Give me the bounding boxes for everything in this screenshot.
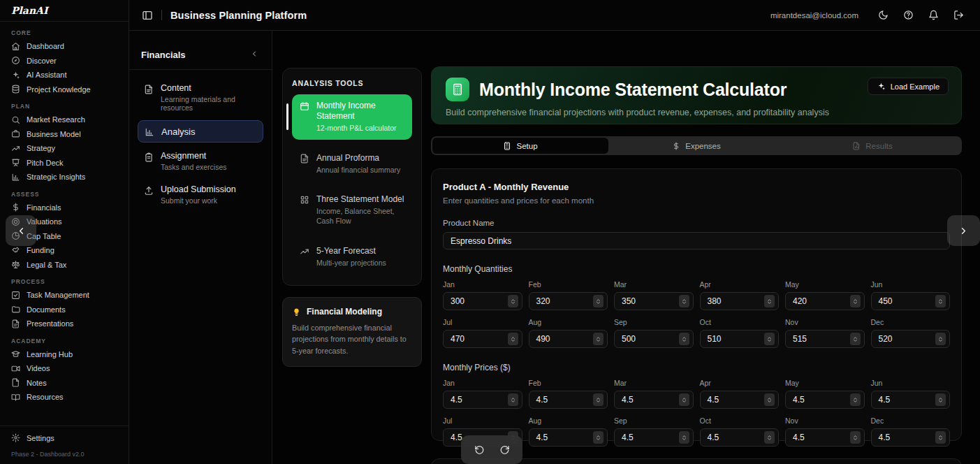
number-stepper[interactable] [593,393,604,406]
sidebar-item-discover[interactable]: Discover [0,54,129,68]
number-stepper[interactable] [593,333,604,345]
course-nav-item-content[interactable]: ContentLearning materials and resources [138,78,263,117]
sidebar-item-strategy[interactable]: Strategy [0,141,129,156]
sidebar-item-business-model[interactable]: Business Model [0,127,129,142]
sidebar-item-presentations[interactable]: Presentations [0,317,129,331]
undo-button[interactable] [474,444,485,456]
tool-item-5-year-forecast[interactable]: 5-Year ForecastMulti-year projections [292,240,412,275]
sidebar-section-label: PLAN [0,96,129,113]
quantity-input-oct[interactable]: 510 [700,330,780,348]
price-input-sep[interactable]: 4.5 [614,428,694,447]
quantity-input-dec[interactable]: 520 [871,330,951,348]
expand-panel-button[interactable] [947,215,980,246]
price-input-mar[interactable]: 4.5 [614,391,694,409]
sidebar-item-learning-hub[interactable]: Learning Hub [0,347,129,362]
tool-item-label: 5-Year Forecast [316,246,386,256]
sidebar-item-project-knowledge[interactable]: Project Knowledge [0,82,129,97]
sidebar-item-dashboard[interactable]: Dashboard [0,39,129,54]
tab-expenses[interactable]: Expenses [608,138,784,154]
quantity-input-apr[interactable]: 380 [700,292,780,310]
load-example-button[interactable]: Load Example [868,78,949,95]
price-value: 4.5 [708,433,719,442]
number-stepper[interactable] [850,393,861,406]
tab-setup[interactable]: Setup [432,138,608,154]
number-stepper[interactable] [508,393,518,406]
number-stepper[interactable] [850,333,861,345]
number-stepper[interactable] [679,393,689,406]
price-input-oct[interactable]: 4.5 [700,428,780,447]
course-nav-item-upload-submission[interactable]: Upload SubmissionSubmit your work [138,180,263,210]
quantity-input-mar[interactable]: 350 [614,292,694,310]
number-stepper[interactable] [935,295,946,307]
price-input-jan[interactable]: 4.5 [443,391,522,409]
help-button[interactable] [898,5,919,26]
sidebar-item-ai-assistant[interactable]: AI Assistant [0,68,129,82]
chevrons-up-down-icon [510,396,516,405]
notifications-button[interactable] [923,5,944,26]
course-nav-item-analysis[interactable]: Analysis [138,120,263,143]
number-stepper[interactable] [935,431,946,444]
number-stepper[interactable] [593,431,604,444]
sidebar-item-task-management[interactable]: Task Management [0,288,129,303]
number-stepper[interactable] [508,333,518,345]
sidebar-item-documents[interactable]: Documents [0,303,129,317]
collapse-sidebar-button[interactable] [6,215,36,246]
sidebar-item-resources[interactable]: Resources [0,390,129,405]
price-input-aug[interactable]: 4.5 [529,428,608,447]
number-stepper[interactable] [850,295,861,307]
number-stepper[interactable] [850,431,861,444]
sidebar-item-legal-tax[interactable]: Legal & Tax [0,258,129,273]
price-input-nov[interactable]: 4.5 [785,428,865,447]
number-stepper[interactable] [679,333,689,345]
quantity-input-aug[interactable]: 490 [529,330,608,348]
quantity-input-jan[interactable]: 300 [443,292,522,310]
tool-item-three-statement-model[interactable]: Three Statement ModelIncome, Balance She… [292,188,412,232]
number-stepper[interactable] [935,333,946,345]
tool-item-annual-proforma[interactable]: Annual ProformaAnnual financial summary [292,147,412,182]
number-stepper[interactable] [764,295,775,307]
month-label: Jul [443,318,522,326]
price-input-jun[interactable]: 4.5 [871,391,951,409]
number-stepper[interactable] [935,393,946,406]
quantity-input-nov[interactable]: 515 [785,330,865,348]
sidebar-item-videos[interactable]: Videos [0,361,129,376]
financial-modeling-title: Financial Modeling [307,307,382,317]
number-stepper[interactable] [508,295,518,307]
price-input-dec[interactable]: 4.5 [871,428,951,447]
sidebar-item-pitch-deck[interactable]: Pitch Deck [0,156,129,171]
sidebar-item-market-research[interactable]: Market Research [0,113,129,127]
number-stepper[interactable] [679,295,689,307]
sidebar-item-financials[interactable]: Financials [0,201,129,215]
quantity-input-jul[interactable]: 470 [443,330,522,348]
product-name-input[interactable] [443,232,950,249]
course-nav-item-assignment[interactable]: AssignmentTasks and exercises [138,146,263,176]
trending-up-icon [11,144,20,153]
tool-item-desc: Multi-year projections [316,259,386,268]
quantity-input-feb[interactable]: 320 [529,292,608,310]
number-stepper[interactable] [593,295,604,307]
number-stepper[interactable] [764,333,775,345]
price-input-apr[interactable]: 4.5 [700,391,780,409]
dark-mode-toggle[interactable] [872,5,893,26]
tool-item-monthly-income-statement[interactable]: Monthly Income Statement12-month P&L cal… [292,94,412,140]
redo-button[interactable] [499,444,510,456]
number-stepper[interactable] [764,431,775,444]
trending-up-icon [300,247,309,256]
sidebar-item-settings[interactable]: Settings [0,431,129,446]
quantity-input-sep[interactable]: 500 [614,330,694,348]
sidebar-item-strategic-insights[interactable]: Strategic Insights [0,170,129,184]
number-stepper[interactable] [679,431,689,444]
sidebar-item-notes[interactable]: Notes [0,376,129,391]
tab-results[interactable]: Results [784,138,960,154]
logout-button[interactable] [948,5,969,26]
course-nav-collapse-button[interactable] [249,49,260,60]
app-root: PlanAI COREDashboardDiscoverAI Assistant… [0,0,980,464]
sidebar-toggle-icon[interactable] [142,10,153,21]
month-label: Aug [529,318,608,326]
quantity-input-jun[interactable]: 450 [871,292,951,310]
price-input-may[interactable]: 4.5 [785,391,865,409]
price-input-feb[interactable]: 4.5 [529,391,608,409]
number-stepper[interactable] [764,393,775,406]
quantity-input-may[interactable]: 420 [785,292,865,310]
right-region: Business Planning Platform mirantdesai@i… [129,0,980,464]
